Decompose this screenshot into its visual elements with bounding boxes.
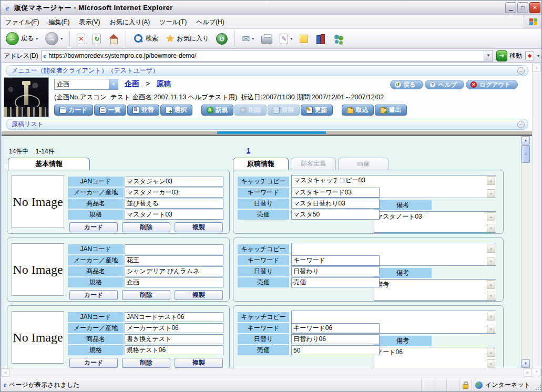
edit-button[interactable]: ✎▾ [278, 33, 294, 45]
pdf-convert-icon[interactable]: ◆ [525, 51, 534, 60]
textarea-scroll-up-icon[interactable] [487, 176, 495, 184]
page-scroll-down-icon[interactable]: ▼ [533, 368, 541, 376]
delete-row-button[interactable]: 削除 [122, 290, 170, 300]
card-row-button[interactable]: カード [69, 222, 118, 232]
duplicate-row-button[interactable]: 複製 [175, 290, 223, 300]
daily-input[interactable] [291, 199, 380, 209]
spec-input[interactable] [125, 345, 223, 355]
keyword-input[interactable] [291, 255, 380, 265]
breadcrumb-manuscript-link[interactable]: 原稿 [156, 79, 171, 88]
duplicate-row-button[interactable]: 複製 [175, 358, 223, 368]
card-view-button[interactable]: カード [54, 105, 93, 116]
close-button[interactable]: ✕ [529, 2, 540, 13]
daily-input[interactable] [291, 266, 380, 276]
textarea-scroll-down-icon[interactable] [487, 359, 495, 367]
note-textarea[interactable]: 備考 [374, 279, 496, 301]
page-scroll-up-icon[interactable]: ▲ [533, 64, 541, 72]
keyword-input[interactable] [291, 188, 380, 198]
scroll-thumb[interactable] [521, 145, 530, 163]
textarea-scroll-up-icon[interactable] [487, 212, 495, 220]
new-button[interactable]: 新規 [201, 105, 233, 116]
textarea-scroll-down-icon[interactable] [487, 224, 495, 232]
price-input[interactable] [291, 277, 380, 287]
update-button[interactable]: 更新 [301, 105, 333, 116]
collapse-menu-icon[interactable]: − [517, 67, 525, 75]
keyword-input[interactable] [291, 323, 380, 333]
resize-grip[interactable] [535, 379, 542, 391]
daily-input[interactable] [291, 334, 380, 344]
textarea-scroll-down-icon[interactable] [487, 257, 495, 265]
pdf-dropdown-icon[interactable]: ▾ [537, 54, 539, 58]
discuss-button[interactable] [298, 34, 310, 44]
menu-item-3[interactable]: お気に入り(A) [105, 18, 155, 26]
maker-input[interactable] [125, 255, 223, 265]
print-button[interactable] [259, 33, 274, 45]
card-row-button[interactable]: カード [69, 358, 118, 368]
textarea-scroll-up-icon[interactable] [487, 312, 495, 319]
delete-row-button[interactable]: 削除 [122, 222, 170, 232]
product-name-input[interactable] [125, 199, 223, 209]
maximize-button[interactable]: □ [517, 2, 528, 13]
refresh-button[interactable]: ↻ [90, 33, 103, 45]
address-dropdown-icon[interactable]: ▼ [484, 50, 493, 61]
favorites-button[interactable]: ★ お気に入り [163, 33, 211, 45]
textarea-scroll-up-icon[interactable] [487, 280, 495, 288]
textarea-scroll-down-icon[interactable] [487, 189, 495, 197]
page-horizontal-scrollbar[interactable]: ◀ ▶ [1, 368, 533, 377]
splitter-scroll-thumb[interactable] [217, 131, 326, 134]
back-button[interactable]: ↺戻る [390, 80, 423, 89]
tab-manuscript-info[interactable]: 原稿情報 [233, 158, 289, 170]
url-input[interactable] [48, 51, 484, 60]
dropdown-arrow-icon[interactable]: ▼ [109, 79, 118, 89]
price-input[interactable] [291, 345, 380, 355]
lock-icon[interactable] [463, 384, 468, 389]
product-name-input[interactable] [125, 334, 223, 344]
scroll-up-icon[interactable]: ▲ [521, 136, 530, 145]
mail-button[interactable]: ✉▾ [240, 33, 256, 45]
list-view-button[interactable]: 一覧 [94, 105, 126, 116]
forward-nav-button[interactable]: → ▾ [43, 31, 65, 46]
jan-code-input[interactable] [125, 244, 223, 254]
research-button[interactable] [313, 33, 328, 45]
home-button[interactable] [106, 33, 121, 45]
minimize-button[interactable]: ▁ [505, 2, 516, 13]
tab-customer-definition[interactable]: 顧客定義 [291, 158, 336, 170]
price-input[interactable] [291, 210, 380, 220]
spec-input[interactable] [125, 277, 223, 287]
menu-item-2[interactable]: 表示(V) [74, 18, 105, 26]
delete-row-button[interactable]: 削除 [122, 358, 170, 368]
page-scroll-left-icon[interactable]: ◀ [1, 368, 9, 377]
spec-input[interactable] [125, 210, 223, 220]
page-scroll-right-icon[interactable]: ▶ [524, 368, 532, 377]
logout-button[interactable]: ✕ログアウト [466, 80, 518, 89]
select-button[interactable]: 選択 [160, 105, 192, 116]
menu-item-5[interactable]: ヘルプ(H) [191, 18, 229, 26]
jan-code-input[interactable] [125, 312, 223, 322]
search-button[interactable]: 検索 [131, 33, 160, 45]
menu-item-1[interactable]: 編集(E) [44, 18, 74, 26]
tab-image[interactable]: 画像 [338, 158, 388, 170]
sort-button[interactable]: 並替 [127, 105, 159, 116]
page-vertical-scrollbar[interactable]: ▲ ▼ [532, 63, 541, 377]
address-field[interactable]: e ▼ [42, 50, 493, 61]
scroll-down-icon[interactable]: ▼ [521, 359, 530, 368]
textarea-scroll-up-icon[interactable] [487, 348, 495, 356]
maker-input[interactable] [125, 188, 223, 198]
collapse-list-icon[interactable]: − [517, 121, 525, 128]
tab-basic-info[interactable]: 基本情報 [8, 158, 90, 170]
menu-item-4[interactable]: ツール(T) [155, 18, 191, 26]
help-button[interactable]: ?ヘルプ [425, 80, 464, 89]
note-textarea[interactable]: ノート06 [374, 347, 496, 368]
import-button[interactable]: 取込 [342, 105, 374, 116]
textarea-scroll-up-icon[interactable] [487, 244, 495, 252]
menu-item-0[interactable]: ファイル(F) [1, 18, 44, 26]
back-nav-button[interactable]: ← 戻る ▾ [4, 31, 40, 46]
textarea-scroll-down-icon[interactable] [487, 325, 495, 333]
export-button[interactable]: 書出 [375, 105, 407, 116]
go-button[interactable]: ➜ 移動 [496, 50, 522, 61]
forward-dropdown-icon[interactable]: ▾ [60, 36, 63, 41]
maker-input[interactable] [125, 323, 223, 333]
stop-button[interactable]: ✕ [75, 33, 87, 45]
list-vertical-scrollbar[interactable]: ▲ ▼ [521, 136, 529, 368]
product-name-input[interactable] [125, 266, 223, 276]
